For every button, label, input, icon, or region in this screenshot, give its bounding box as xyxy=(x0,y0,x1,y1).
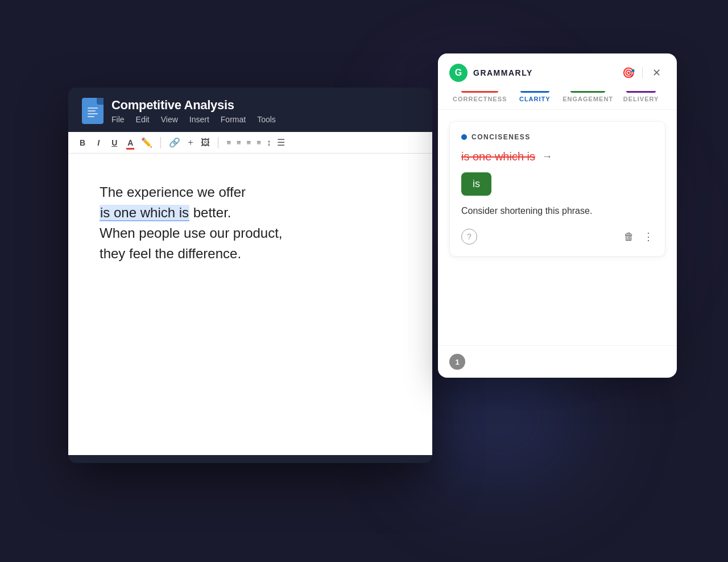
help-icon[interactable]: ? xyxy=(461,229,477,245)
tab-engagement[interactable]: ENGAGEMENT xyxy=(559,91,617,109)
docs-window: Competitive Analysis File Edit View Inse… xyxy=(68,88,432,463)
tab-delivery[interactable]: DELIVERY xyxy=(617,91,665,109)
grammarly-tabs: CORRECTNESS CLARITY ENGAGEMENT DELIVERY xyxy=(449,91,665,109)
tab-clarity[interactable]: CLARITY xyxy=(510,91,559,109)
list-icon[interactable]: ☰ xyxy=(277,137,285,148)
docs-toolbar: B I U A ✏️ 🔗 ＋ 🖼 ≡ ≡ ≡ ≡ ↕ ☰ xyxy=(68,132,432,154)
grammarly-logo: G xyxy=(449,64,468,82)
menu-insert[interactable]: Insert xyxy=(189,115,209,124)
align-right-button[interactable]: ≡ xyxy=(247,138,251,147)
align-left-button[interactable]: ≡ xyxy=(226,138,231,147)
grammarly-header: G GRAMMARLY 🎯 ✕ CORRECTNESS CLARITY xyxy=(438,53,677,110)
italic-button[interactable]: I xyxy=(93,137,104,148)
underline-button[interactable]: U xyxy=(109,137,119,148)
menu-view[interactable]: View xyxy=(161,115,178,124)
menu-tools[interactable]: Tools xyxy=(257,115,276,124)
text-line-3: When people use our product, xyxy=(100,225,283,241)
original-text: is one which is xyxy=(461,150,535,163)
category-label: CONCISENESS xyxy=(471,133,531,141)
grammarly-brand: G GRAMMARLY xyxy=(449,64,533,82)
docs-menu: File Edit View Insert Format Tools xyxy=(111,115,276,124)
docs-title-area: Competitive Analysis File Edit View Inse… xyxy=(111,98,276,124)
suggestion-footer: ? 🗑 ⋮ xyxy=(461,229,653,245)
suggestion-footer-left: ? xyxy=(461,229,477,245)
align-center-button[interactable]: ≡ xyxy=(237,138,241,147)
icon-line-3 xyxy=(88,113,98,114)
docs-filename[interactable]: Competitive Analysis xyxy=(111,98,276,113)
suggestion-footer-right: 🗑 ⋮ xyxy=(624,230,653,243)
line-spacing-icon[interactable]: ↕ xyxy=(267,138,271,148)
toolbar-divider-2 xyxy=(218,137,218,148)
suggestion-replacement: is xyxy=(461,172,653,196)
image-icon[interactable]: 🖼 xyxy=(201,138,210,148)
arrow-right-icon: → xyxy=(542,151,552,163)
scene-container: Competitive Analysis File Edit View Inse… xyxy=(51,53,677,509)
suggestion-original: is one which is → xyxy=(461,150,653,163)
grammarly-brand-name: GRAMMARLY xyxy=(473,68,533,77)
paint-brush-icon[interactable]: ✏️ xyxy=(141,137,152,148)
suggestion-category: CONCISENESS xyxy=(461,133,653,141)
docs-text-body: The experience we offer is one which is … xyxy=(100,182,401,264)
align-justify-button[interactable]: ≡ xyxy=(257,138,261,147)
delete-icon[interactable]: 🗑 xyxy=(624,231,634,243)
docs-icon-lines xyxy=(88,108,98,117)
grammarly-body: CONCISENESS is one which is → is Conside… xyxy=(438,110,677,345)
font-color-button[interactable]: A xyxy=(125,137,135,148)
suggestion-card: CONCISENESS is one which is → is Conside… xyxy=(449,121,665,257)
close-icon[interactable]: ✕ xyxy=(647,64,665,82)
goals-icon[interactable]: 🎯 xyxy=(619,64,638,82)
docs-content: The experience we offer is one which is … xyxy=(68,154,432,455)
tab-correctness[interactable]: CORRECTNESS xyxy=(449,91,510,109)
menu-file[interactable]: File xyxy=(111,115,125,124)
icon-line-4 xyxy=(88,116,94,117)
suggestion-count-badge: 1 xyxy=(449,354,465,370)
icon-line-1 xyxy=(88,108,98,109)
more-options-icon[interactable]: ⋮ xyxy=(643,230,653,243)
docs-titlebar: Competitive Analysis File Edit View Inse… xyxy=(68,88,432,132)
suggestion-description: Consider shortening this phrase. xyxy=(461,205,653,217)
insert-image-icon[interactable]: ＋ xyxy=(186,137,195,148)
grammarly-panel: G GRAMMARLY 🎯 ✕ CORRECTNESS CLARITY xyxy=(438,53,677,378)
text-line-1: The experience we offer xyxy=(100,184,246,200)
menu-format[interactable]: Format xyxy=(221,115,246,124)
grammarly-actions: 🎯 ✕ xyxy=(619,64,665,82)
text-line-2-after: better. xyxy=(189,205,231,220)
text-line-4: they feel the difference. xyxy=(100,246,241,261)
replacement-pill-button[interactable]: is xyxy=(461,172,491,196)
icon-line-2 xyxy=(88,110,96,111)
toolbar-divider-1 xyxy=(160,137,161,148)
menu-edit[interactable]: Edit xyxy=(136,115,150,124)
grammarly-title-row: G GRAMMARLY 🎯 ✕ xyxy=(449,64,665,82)
grammarly-count-row: 1 xyxy=(438,345,677,378)
text-highlighted-phrase: is one which is xyxy=(100,205,189,221)
category-dot-icon xyxy=(461,134,467,140)
bold-button[interactable]: B xyxy=(77,137,88,148)
action-divider xyxy=(642,67,643,78)
link-icon[interactable]: 🔗 xyxy=(169,137,180,148)
docs-file-icon xyxy=(82,98,104,124)
